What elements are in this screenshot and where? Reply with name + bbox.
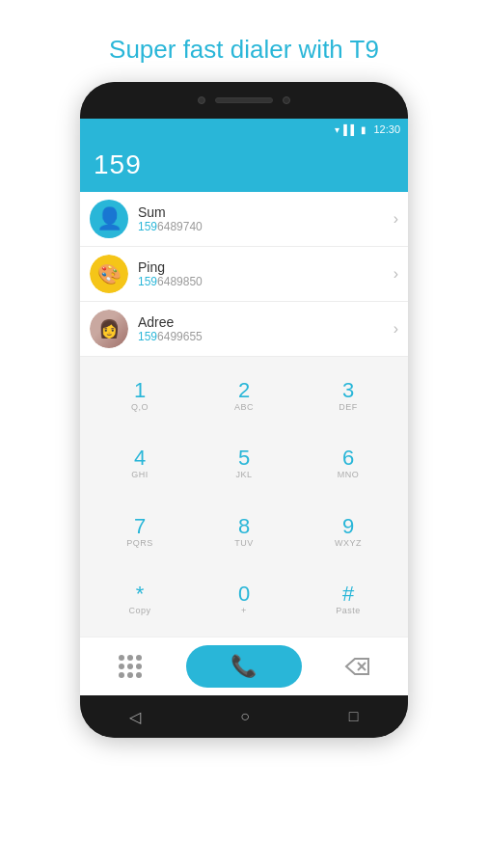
dial-key-6[interactable]: 6 MNO <box>296 431 400 498</box>
key-letters: DEF <box>339 402 358 412</box>
key-number: 1 <box>134 380 146 401</box>
dial-pad: 1 Q,O 2 ABC 3 DEF 4 GHI 5 <box>80 357 408 637</box>
dial-key-0[interactable]: 0 + <box>192 567 296 634</box>
key-letters: GHI <box>131 470 149 479</box>
dial-key-4[interactable]: 4 GHI <box>88 431 192 498</box>
dial-row-2: 4 GHI 5 JKL 6 MNO <box>88 431 400 498</box>
back-button[interactable]: ◁ <box>129 708 141 726</box>
front-camera-icon <box>198 96 205 104</box>
dial-key-2[interactable]: 2 ABC <box>192 363 296 429</box>
contact-name: Sum <box>138 204 393 220</box>
contact-number: 1596489740 <box>138 220 393 233</box>
key-number: 0 <box>238 583 250 605</box>
key-letters: ABC <box>234 402 254 412</box>
key-number: 6 <box>342 448 354 469</box>
dial-key-8[interactable]: 8 TUV <box>192 499 296 565</box>
backspace-icon <box>344 657 371 676</box>
wifi-icon: ▾ <box>335 124 339 135</box>
dial-key-1[interactable]: 1 Q,O <box>88 363 192 429</box>
ping-avatar: 🎨 <box>90 255 128 293</box>
key-number: 7 <box>134 516 146 537</box>
key-number: * <box>136 583 145 605</box>
number-highlight: 159 <box>138 220 157 233</box>
backspace-button[interactable] <box>338 646 378 687</box>
key-letters: JKL <box>235 470 252 479</box>
key-letters: Q,O <box>131 402 149 412</box>
phone-nav-bar: ◁ ○ □ <box>80 695 408 738</box>
status-time: 12:30 <box>373 123 400 135</box>
key-number: 4 <box>134 448 146 469</box>
contact-number: 1596499655 <box>138 330 393 343</box>
person-icon: 👤 <box>96 206 122 231</box>
call-button[interactable]: 📞 <box>186 645 302 688</box>
avatar-adree: 👩 <box>90 310 128 348</box>
contact-info-adree: Adree 1596499655 <box>138 314 393 343</box>
avatar-ping: 🎨 <box>90 255 128 293</box>
avatar-sum: 👤 <box>90 200 128 238</box>
phone-icon: 📞 <box>230 654 257 679</box>
number-highlight: 159 <box>138 275 157 288</box>
key-letters: Paste <box>336 606 361 615</box>
key-number: # <box>342 583 354 605</box>
chevron-right-icon[interactable]: › <box>393 265 398 283</box>
contact-name: Adree <box>138 314 393 330</box>
page-title: Super fast dialer with T9 <box>109 35 379 65</box>
dial-key-3[interactable]: 3 DEF <box>296 363 400 429</box>
status-icons: ▾ ▌▌ ▮ 12:30 <box>335 123 400 135</box>
contact-name: Ping <box>138 259 393 275</box>
chevron-right-icon[interactable]: › <box>393 320 398 338</box>
dial-key-9[interactable]: 9 WXYZ <box>296 499 400 565</box>
contact-info-ping: Ping 1596489850 <box>138 259 393 288</box>
key-letters: WXYZ <box>335 538 362 548</box>
contacts-list: 👤 Sum 1596489740 › 🎨 Ping 15964898 <box>80 192 408 357</box>
contact-row[interactable]: 🎨 Ping 1596489850 › <box>80 247 408 302</box>
contact-number: 1596489850 <box>138 275 393 288</box>
key-number: 3 <box>342 380 354 401</box>
dial-row-1: 1 Q,O 2 ABC 3 DEF <box>88 363 400 429</box>
dial-key-5[interactable]: 5 JKL <box>192 431 296 498</box>
menu-button[interactable]: □ <box>349 708 359 725</box>
speaker-icon <box>215 97 273 103</box>
dial-row-3: 7 PQRS 8 TUV 9 WXYZ <box>88 499 400 565</box>
adree-avatar: 👩 <box>90 310 128 348</box>
key-number: 5 <box>238 448 250 469</box>
key-number: 9 <box>342 516 354 537</box>
phone-top-bar <box>80 82 408 119</box>
status-bar: ▾ ▌▌ ▮ 12:30 <box>80 119 408 140</box>
dialpad-button[interactable] <box>110 646 150 687</box>
dial-key-star[interactable]: * Copy <box>88 567 192 634</box>
front-camera-2-icon <box>283 96 290 104</box>
key-number: 8 <box>238 516 250 537</box>
key-letters: PQRS <box>126 538 153 548</box>
phone-screen: ▾ ▌▌ ▮ 12:30 159 👤 Sum 1596489740 <box>80 119 408 695</box>
signal-icon: ▌▌ <box>343 124 357 135</box>
battery-icon: ▮ <box>361 124 366 135</box>
home-button[interactable]: ○ <box>240 708 250 725</box>
dialer-input[interactable]: 159 <box>94 149 394 180</box>
key-letters: + <box>241 606 247 615</box>
dial-row-4: * Copy 0 + # Paste <box>88 567 400 634</box>
contact-row[interactable]: 👩 Adree 1596499655 › <box>80 302 408 357</box>
key-letters: TUV <box>234 538 254 548</box>
dial-key-hash[interactable]: # Paste <box>296 567 400 634</box>
chevron-right-icon[interactable]: › <box>393 210 398 228</box>
key-letters: Copy <box>128 606 150 615</box>
dial-key-7[interactable]: 7 PQRS <box>88 499 192 565</box>
phone-device: ▾ ▌▌ ▮ 12:30 159 👤 Sum 1596489740 <box>80 82 408 738</box>
bottom-action-bar: 📞 <box>80 637 408 695</box>
key-letters: MNO <box>338 470 360 479</box>
dialer-header: 159 <box>80 140 408 192</box>
contact-info-sum: Sum 1596489740 <box>138 204 393 233</box>
dialpad-icon <box>119 655 142 678</box>
number-highlight: 159 <box>138 330 157 343</box>
key-number: 2 <box>238 380 250 401</box>
contact-row[interactable]: 👤 Sum 1596489740 › <box>80 192 408 247</box>
